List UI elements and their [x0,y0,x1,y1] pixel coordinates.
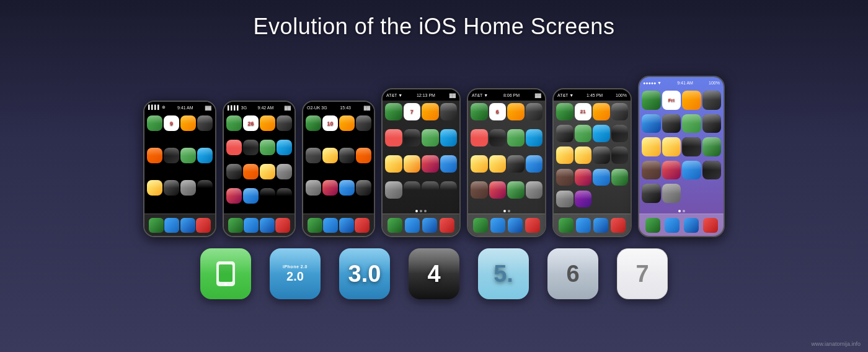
status-bar-5: AT&T ▼ 8:06 PM ▓▓ [468,89,545,101]
app4-stocks [404,129,421,147]
signal-7: ●●●●● ▼ [643,81,662,85]
screen-body-6: 21 [554,101,631,236]
app7-notes [642,137,661,156]
app4-maps [422,129,439,147]
status-bar-4: AT&T ▼ 12:13 PM ▓▓ [383,89,459,101]
app7-newsstand [642,161,661,180]
app2-clock [226,164,242,179]
screen-ios7: ●●●●● ▼ 9:41 AM 100% Fri [639,77,724,236]
dock4-phone [388,218,402,233]
phone-shell-2: ▌▌▌▌ 3G 9:42 AM ▓▓ 26 [223,101,296,237]
dock6-safari [593,218,608,233]
app5-camera [526,103,543,120]
time-7: 9:41 AM [677,81,693,85]
app-grid-1: 9 [144,113,215,214]
phones-row: ▌▌▌▌ ⊕ 9:41 AM ▓▓ 9 [0,51,868,237]
app5-photos [507,103,525,120]
time-2: 9:42 AM [258,106,274,110]
app7-photos [682,91,701,110]
battery-3: ▓▓ [364,106,370,110]
dock7-phone [645,218,660,233]
dock2-safari [260,218,275,233]
app-camera [197,115,213,131]
battery-1: ▓▓ [205,106,211,110]
app2-sms [226,115,242,131]
app2-appstore [243,188,259,204]
dock5-mail [490,218,505,233]
battery-2: ▓▓ [285,106,291,110]
dock3-phone [308,218,322,233]
app6-maps [575,125,592,142]
app3-itunes [322,180,338,196]
signal-6: AT&T ▼ [557,93,574,97]
battery-5: ▓▓ [535,93,541,97]
app7-messages [642,91,661,110]
app6-weather [593,125,610,142]
app4-appstore [440,155,458,173]
app2-itunes [226,188,242,204]
app5-clock [507,155,525,173]
dock3-mail [323,218,338,233]
dot5-1 [503,210,506,212]
app-grid-2: 26 [224,113,294,214]
app3-settings [306,180,321,196]
phone-ios6: AT&T ▼ 1:45 PM 100% 21 [552,88,632,237]
app6-videos [556,125,574,142]
app7-compass [642,184,661,203]
app2-camera [277,115,292,131]
battery-4: ▓▓ [450,93,456,97]
battery-6: 100% [616,93,627,97]
screen-ios5: AT&T ▼ 8:06 PM ▓▓ 6 [468,89,545,236]
v5-text: 5. [494,262,513,286]
dock-5 [468,214,545,236]
app2-settings [277,164,292,179]
dot7-1 [678,210,681,212]
dock6-music [611,218,626,233]
app4-utilities [404,155,421,173]
app4-settings [385,181,402,199]
time-6: 1:45 PM [587,93,603,97]
screen-ios2: ▌▌▌▌ 3G 9:42 AM ▓▓ 26 [224,102,294,236]
app2-empty2 [277,188,292,204]
dock-4 [383,214,459,236]
status-bar-1: ▌▌▌▌ ⊕ 9:41 AM ▓▓ [144,102,215,113]
dock-1 [144,214,215,236]
time-4: 12:13 PM [417,93,435,97]
screen-body-3: 10 [303,113,374,236]
app4-notes [385,155,402,173]
time-3: 15:43 [340,106,351,110]
version-icon-5: 5. [478,248,529,299]
app5-youtube [471,129,488,147]
app3-voice [306,148,321,163]
app3-calendar: 10 [322,115,338,131]
dock-safari [180,218,195,233]
app7-calendar: Fri [662,91,681,110]
dock-2 [224,214,294,236]
app6-cydia [575,191,592,208]
app6-gamecenter [611,169,629,186]
phone-shell-6: AT&T ▼ 1:45 PM 100% 21 [552,88,632,237]
dock4-ipod [440,218,454,233]
phone-shell-7: ●●●●● ▼ 9:41 AM 100% Fri [638,76,725,237]
dock-3 [303,214,374,236]
v2-iphone-label: iPhone 2.0 [283,264,308,269]
version-icon-1 [200,248,251,299]
phone-ios4: AT&T ▼ 12:13 PM ▓▓ 7 [381,88,461,237]
dock-7 [639,214,724,236]
app2-calendar: 26 [243,115,259,131]
v2-road: 2.0 [283,269,308,284]
app4-empty2 [422,181,439,199]
app-photos [180,115,196,131]
page-title: Evolution of the iOS Home Screens [0,0,868,51]
app2-weather [277,140,292,155]
app2-stocks [243,140,259,155]
app7-passbook [702,161,722,180]
v6-text: 6 [566,262,579,286]
app3-compass [356,180,371,196]
dock-ipod [196,218,211,233]
app-weather [197,148,213,163]
app6-notes [556,147,574,164]
app5-reminders [489,155,507,173]
dock5-safari [508,218,523,233]
phone-ios2: ▌▌▌▌ 3G 9:42 AM ▓▓ 26 [223,101,296,237]
